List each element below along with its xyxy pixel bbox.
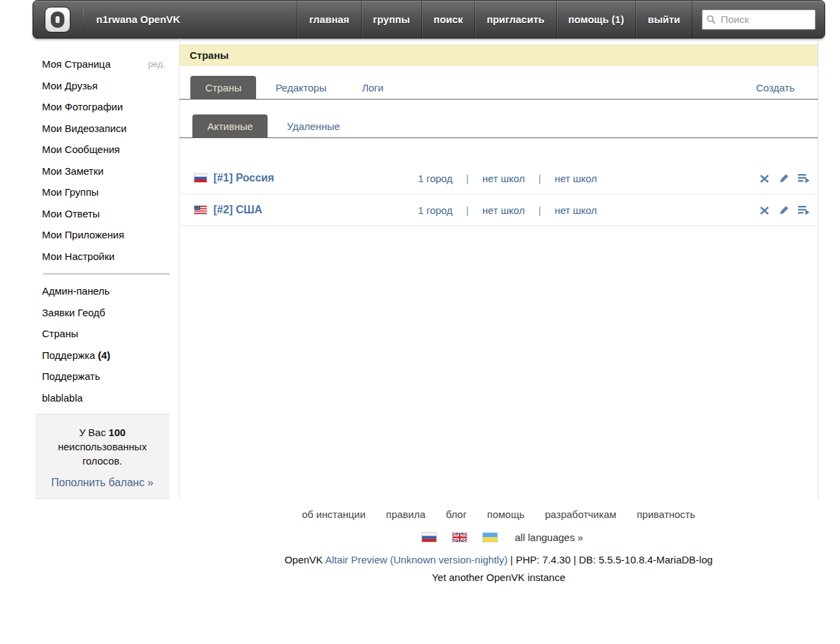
sidebar-item-my-videos[interactable]: Мои Видеозаписи	[42, 118, 169, 139]
sidebar-item-my-settings[interactable]: Мои Настройки	[42, 246, 169, 267]
stat-separator: |	[539, 173, 541, 184]
sidebar-item-my-apps[interactable]: Мои Приложения	[42, 224, 169, 246]
sidebar-item-label[interactable]: Моя Страница	[42, 53, 110, 75]
view-cities-icon[interactable]	[797, 205, 810, 215]
support-count-badge: (4)	[98, 349, 110, 361]
footer-developers-link[interactable]: разработчикам	[545, 509, 616, 520]
country-name-cell: [#2] США	[194, 204, 418, 216]
header-divider	[83, 8, 84, 31]
delete-country-icon[interactable]	[759, 173, 770, 184]
votes-text-suffix: неиспользованных голосов.	[58, 441, 146, 467]
russia-flag-icon[interactable]	[422, 533, 436, 542]
version-prefix: OpenVK	[285, 554, 325, 565]
edit-page-link[interactable]: ред.	[148, 53, 165, 75]
search-icon	[707, 15, 716, 24]
subtab-deleted[interactable]: Удаленные	[271, 114, 356, 138]
cities-count-link[interactable]: 1 город	[418, 205, 453, 216]
united-kingdom-flag-icon[interactable]	[453, 533, 467, 542]
header-search	[702, 9, 816, 30]
sidebar-item-my-answers[interactable]: Мои Ответы	[42, 203, 169, 225]
version-link[interactable]: Altair Preview (Unknown version-nightly)	[325, 554, 507, 565]
schools-count-link[interactable]: нет школ	[482, 173, 525, 184]
delete-country-icon[interactable]	[759, 205, 770, 216]
country-link[interactable]: [#2] США	[213, 204, 262, 216]
sidebar-item-countries[interactable]: Страны	[42, 323, 169, 345]
nav-search-link[interactable]: поиск	[421, 1, 474, 38]
sidebar-item-geodb-requests[interactable]: Заявки Геодб	[42, 302, 169, 324]
page-title: Страны	[180, 45, 818, 66]
sidebar-item-admin-panel[interactable]: Админ-панель	[42, 280, 169, 302]
sidebar-item-my-photos[interactable]: Мои Фотографии	[42, 96, 169, 118]
votes-box: У Вас 100 неиспользованных голосов. Попо…	[35, 414, 169, 499]
subtabs-bar: Активные Удаленные	[180, 114, 818, 138]
body-row: Моя Страница ред. Мои Друзья Мои Фотогра…	[33, 39, 825, 499]
top-up-balance-link[interactable]: Пополнить баланс »	[51, 477, 154, 489]
stat-separator: |	[466, 173, 469, 184]
sidebar-item-label: Поддержка	[42, 349, 98, 361]
country-name-cell: [#1] Россия	[194, 172, 418, 184]
row-actions	[759, 173, 810, 184]
tabs-bar: Страны Редакторы Логи Создать	[180, 76, 818, 100]
tab-countries[interactable]: Страны	[190, 76, 256, 100]
country-row-usa: [#2] США 1 город | нет школ | нет школ	[180, 194, 818, 226]
schools-count-link[interactable]: нет школ	[482, 205, 525, 216]
nav-groups-link[interactable]: группы	[361, 1, 422, 38]
row-actions	[759, 205, 810, 216]
country-stats: 1 город | нет школ | нет школ	[418, 205, 597, 216]
footer-privacy-link[interactable]: приватность	[637, 509, 695, 520]
universities-count-link[interactable]: нет школ	[555, 205, 597, 216]
subtab-active[interactable]: Активные	[192, 114, 268, 138]
page-wrapper: n1rwana OpenVK главная группы поиск приг…	[33, 0, 825, 583]
all-languages-link[interactable]: all languages »	[515, 532, 583, 543]
sidebar-item-my-page[interactable]: Моя Страница ред.	[42, 53, 169, 75]
country-link[interactable]: [#1] Россия	[213, 172, 274, 184]
sidebar-item-blablabla[interactable]: blablabla	[42, 387, 169, 409]
page-footer: об инстанции правила блог помощь разрабо…	[179, 509, 818, 583]
create-country-link[interactable]: Создать	[756, 76, 795, 100]
footer-blog-link[interactable]: блог	[446, 509, 467, 520]
tab-editors[interactable]: Редакторы	[259, 76, 343, 100]
usa-flag-icon	[194, 206, 207, 214]
country-list: [#1] Россия 1 город | нет школ | нет шко…	[180, 163, 818, 226]
site-title-link[interactable]: n1rwana OpenVK	[96, 14, 180, 25]
footer-help-link[interactable]: помощь	[487, 509, 524, 520]
sidebar-item-my-notes[interactable]: Мои Заметки	[42, 160, 169, 182]
stat-separator: |	[539, 205, 541, 216]
sidebar-item-donate[interactable]: Поддержать	[42, 366, 169, 387]
footer-version: OpenVK Altair Preview (Unknown version-n…	[179, 554, 818, 565]
footer-about-link[interactable]: об инстанции	[302, 509, 366, 520]
tab-logs[interactable]: Логи	[345, 76, 400, 100]
sidebar-item-my-messages[interactable]: Мои Сообщения	[42, 139, 169, 160]
header-nav: главная группы поиск пригласить помощь (…	[297, 1, 692, 38]
universities-count-link[interactable]: нет школ	[555, 173, 597, 184]
country-row-russia: [#1] Россия 1 город | нет школ | нет шко…	[180, 163, 818, 194]
site-logo[interactable]	[45, 7, 70, 33]
main-content: Страны Страны Редакторы Логи Создать Акт…	[179, 39, 818, 499]
version-suffix: | PHP: 7.4.30 | DB: 5.5.5-10.8.4-MariaDB…	[507, 554, 713, 565]
nav-invite-link[interactable]: пригласить	[474, 1, 555, 38]
footer-languages: all languages »	[179, 532, 818, 543]
top-header: n1rwana OpenVK главная группы поиск приг…	[33, 0, 825, 39]
search-input[interactable]	[702, 9, 816, 30]
sidebar: Моя Страница ред. Мои Друзья Мои Фотогра…	[33, 39, 169, 499]
edit-country-icon[interactable]	[778, 173, 790, 184]
nav-home-link[interactable]: главная	[297, 1, 360, 38]
votes-count: 100	[108, 427, 125, 438]
stat-separator: |	[466, 205, 469, 216]
sidebar-divider	[43, 274, 169, 274]
country-stats: 1 город | нет школ | нет школ	[418, 173, 597, 184]
russia-flag-icon	[194, 174, 207, 182]
footer-tagline: Yet another OpenVK instance	[179, 572, 818, 583]
sidebar-item-my-friends[interactable]: Мои Друзья	[42, 75, 169, 97]
footer-rules-link[interactable]: правила	[386, 509, 425, 520]
cities-count-link[interactable]: 1 город	[418, 173, 453, 184]
footer-links: об инстанции правила блог помощь разрабо…	[179, 509, 818, 520]
votes-text: У Вас 100 неиспользованных голосов.	[41, 425, 164, 468]
nav-help-link[interactable]: помощь (1)	[556, 1, 635, 38]
sidebar-item-support[interactable]: Поддержка (4)	[42, 345, 169, 366]
ukraine-flag-icon[interactable]	[483, 533, 497, 542]
nav-logout-link[interactable]: выйти	[635, 1, 692, 38]
edit-country-icon[interactable]	[778, 205, 790, 216]
sidebar-item-my-groups[interactable]: Мои Группы	[42, 181, 169, 203]
view-cities-icon[interactable]	[797, 173, 810, 184]
